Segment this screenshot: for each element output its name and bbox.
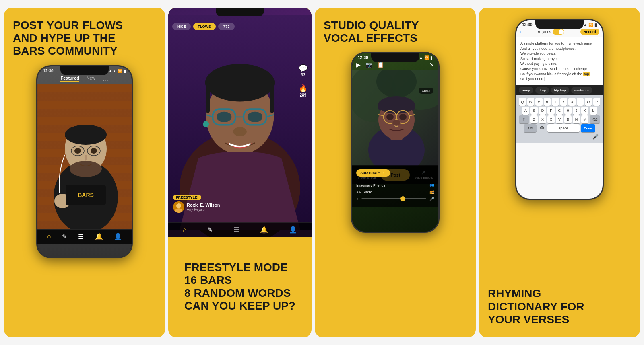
lyric-text-area[interactable]: A simple platform for you to rhyme with … (516, 37, 603, 85)
svg-rect-17 (270, 83, 274, 113)
key-h[interactable]: H (564, 107, 572, 115)
close-icon[interactable]: ✕ (429, 62, 434, 68)
clean-label: Clean (419, 88, 433, 94)
user-info-section: FREESTYLE! Roxie E. Wilson (173, 193, 220, 213)
svg-point-2 (65, 125, 107, 145)
card2-video: NICE FLOWS ??? 💬 33 🔥 289 FREESTYLE! (168, 8, 312, 237)
key-i[interactable]: I (577, 98, 584, 106)
new-tab[interactable]: New (87, 76, 95, 82)
profile-icon[interactable]: 👤 (114, 233, 122, 240)
mic-row: 🎤 (517, 133, 602, 141)
dots-menu[interactable]: ... (103, 76, 109, 82)
volume-row: ♪ 🎤 (356, 197, 434, 201)
lyric-line1: A simple platform for you to rhyme with … (520, 41, 593, 45)
home-icon-2[interactable]: ⌂ (183, 226, 187, 234)
key-e[interactable]: E (535, 98, 543, 106)
lyric-line2: And all you need are headphones, (520, 47, 576, 51)
tab-flows[interactable]: FLOWS (193, 23, 216, 30)
key-g[interactable]: G (556, 107, 563, 115)
card4-screen: 12:30 ▲▲▲ 🛜 ▮ ‹ Rhymes (516, 20, 603, 199)
document-icon-2[interactable]: ☰ (233, 226, 239, 234)
emoji-icon[interactable]: ☺ (539, 124, 545, 132)
imaginary-friends-label: Imaginary Friends (356, 183, 385, 187)
person-silhouette: BARS (37, 92, 132, 229)
music-icon: ♪ (356, 197, 358, 201)
key-w[interactable]: W (527, 98, 535, 106)
toggle-switch[interactable] (553, 29, 564, 35)
svg-point-9 (74, 148, 81, 154)
key-y[interactable]: Y (560, 98, 568, 106)
shift-key[interactable]: ⇧ (519, 115, 529, 123)
key-v[interactable]: V (556, 115, 563, 123)
wifi-icon: 🛜 (118, 69, 122, 73)
avatar-image (173, 201, 184, 213)
key-q[interactable]: Q (519, 98, 526, 106)
profile-icon-2[interactable]: 👤 (289, 226, 297, 234)
rhymes-toggle: Rhymes (538, 29, 564, 35)
card-vocal-effects: STUDIO QUALITY VOCAL EFFECTS 12:30 ▲▲▲ 🛜… (315, 8, 476, 337)
card3-screen: 12:30 ▲▲▲ 🛜 ▮ ▶ 📷 📋 ✕ (352, 53, 438, 232)
card3-title: STUDIO QUALITY VOCAL EFFECTS (324, 19, 419, 45)
card1-title: POST YOUR FLOWS AND HYPE UP THE BARS COM… (13, 19, 123, 58)
phone-notch-4 (535, 20, 584, 29)
document-icon[interactable]: ☰ (78, 233, 84, 240)
edit-icon[interactable]: ✎ (62, 233, 67, 240)
card4-phone: 12:30 ▲▲▲ 🛜 ▮ ‹ Rhymes (515, 19, 604, 200)
done-key[interactable]: Done (581, 124, 595, 132)
key-j[interactable]: J (573, 107, 580, 115)
key-k[interactable]: K (581, 107, 588, 115)
key-r[interactable]: R (544, 98, 551, 106)
effects-panel: AutoTune™ ⚡ Imaginary Friends 👥 AM Radio… (352, 165, 438, 207)
key-b[interactable]: B (564, 115, 572, 123)
edit-icon-2[interactable]: ✎ (207, 226, 213, 234)
key-n[interactable]: N (573, 115, 580, 123)
tag-workshop[interactable]: workshop (571, 87, 593, 94)
key-o[interactable]: O (585, 98, 592, 106)
tag-swap[interactable]: swap (519, 87, 533, 94)
keyboard-mic-icon[interactable]: 🎤 (592, 134, 599, 140)
tag-drop[interactable]: drop (535, 87, 549, 94)
home-icon[interactable]: ⌂ (47, 233, 51, 240)
record-button[interactable]: Record (580, 29, 599, 35)
svg-rect-16 (206, 83, 210, 113)
card1-screen: 12:30 ▲▲▲ 🛜 ▮ Featured New ... (37, 66, 132, 257)
card-rhyming: 12:30 ▲▲▲ 🛜 ▮ ‹ Rhymes (479, 8, 640, 337)
card3-phone: 12:30 ▲▲▲ 🛜 ▮ ▶ 📷 📋 ✕ (351, 52, 440, 233)
bottom-nav-1: ⌂ ✎ ☰ 🔔 👤 (37, 229, 132, 244)
key-p[interactable]: P (593, 98, 601, 106)
svg-point-3 (70, 161, 102, 177)
effect-row-1: Imaginary Friends 👥 (356, 183, 434, 187)
key-x[interactable]: X (539, 115, 546, 123)
num-key[interactable]: 123 (524, 124, 537, 132)
delete-key[interactable]: ⌫ (590, 115, 600, 123)
autotune-badge[interactable]: AutoTune™ ⚡ (356, 169, 390, 177)
lyric-line8: Or if you need | (520, 77, 545, 81)
key-z[interactable]: Z (530, 115, 538, 123)
tag-hiphop[interactable]: hip hop (551, 87, 569, 94)
key-s[interactable]: S (530, 107, 538, 115)
camera-icon[interactable]: 📷 (365, 62, 372, 68)
keyboard-row-1: Q W E R T Y U I O P (519, 98, 600, 106)
key-m[interactable]: M (581, 115, 588, 123)
tab-question[interactable]: ??? (218, 23, 235, 30)
key-a[interactable]: A (522, 107, 529, 115)
comment-icon: 💬 (299, 64, 308, 73)
bell-icon[interactable]: 🔔 (95, 233, 103, 240)
key-f[interactable]: F (547, 107, 555, 115)
back-button[interactable]: ‹ (520, 29, 521, 35)
play-icon[interactable]: ▶ (356, 62, 361, 68)
featured-tab[interactable]: Featured (60, 76, 79, 82)
space-key[interactable]: space (547, 124, 580, 132)
phone-notch-3 (371, 53, 419, 62)
key-u[interactable]: U (568, 98, 576, 106)
key-c[interactable]: C (547, 115, 555, 123)
key-t[interactable]: T (552, 98, 559, 106)
tab-nice[interactable]: NICE (172, 23, 191, 30)
fire-icon: 🔥 (299, 84, 308, 93)
bell-icon-2[interactable]: 🔔 (260, 226, 268, 234)
key-d[interactable]: D (539, 107, 546, 115)
volume-slider[interactable] (361, 198, 426, 199)
key-l[interactable]: L (590, 107, 597, 115)
file-icon[interactable]: 📋 (377, 62, 384, 68)
svg-rect-48 (352, 70, 438, 166)
